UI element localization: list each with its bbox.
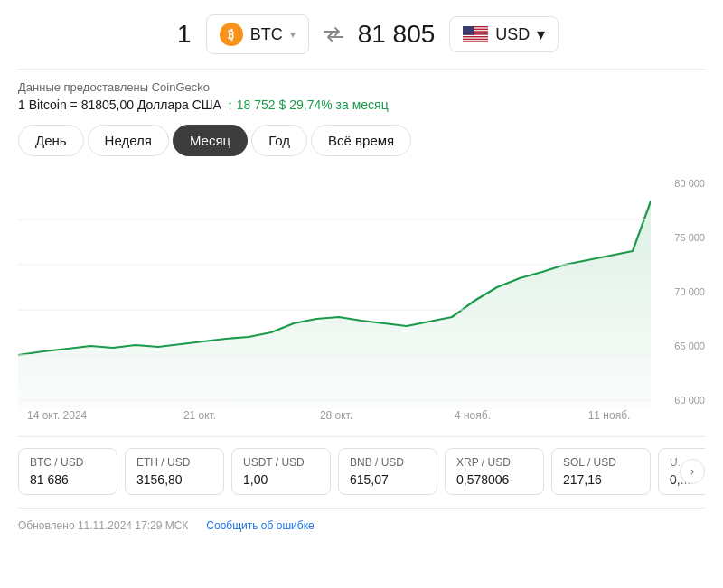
pairs-row: BTC / USD 81 686 ETH / USD 3156,80 USDT … bbox=[18, 448, 705, 495]
svg-rect-8 bbox=[463, 35, 488, 36]
y-label-60000: 60 000 bbox=[656, 395, 705, 406]
btc-amount: 1 bbox=[164, 20, 192, 49]
y-axis-labels: 80 000 75 000 70 000 65 000 60 000 bbox=[651, 174, 705, 409]
btc-icon: ₿ bbox=[220, 23, 243, 46]
top-divider bbox=[18, 69, 705, 70]
pair-usdt-usd-name: USDT / USD bbox=[243, 456, 319, 469]
usd-label: USD bbox=[495, 25, 530, 44]
y-label-75000: 75 000 bbox=[656, 232, 705, 243]
tab-month[interactable]: Месяц bbox=[173, 125, 248, 156]
pair-xrp-usd-value: 0,578006 bbox=[456, 472, 532, 487]
svg-rect-14 bbox=[463, 26, 474, 35]
pair-btc-usd-name: BTC / USD bbox=[30, 456, 106, 469]
info-row: Данные предоставлены CoinGecko 1 Bitcoin… bbox=[18, 80, 705, 112]
footer-row: Обновлено 11.11.2024 17:29 МСК Сообщить … bbox=[18, 519, 705, 532]
pair-sol-usd-value: 217,16 bbox=[563, 472, 639, 487]
btc-label: BTC bbox=[250, 25, 283, 44]
pair-btc-usd[interactable]: BTC / USD 81 686 bbox=[18, 448, 117, 495]
tab-week[interactable]: Неделя bbox=[88, 125, 169, 156]
x-label-oct21: 21 окт. bbox=[164, 409, 236, 422]
pair-bnb-usd[interactable]: BNB / USD 615,07 bbox=[338, 448, 437, 495]
btc-selector[interactable]: ₿ BTC ▾ bbox=[206, 14, 309, 54]
data-source: Данные предоставлены CoinGecko bbox=[18, 80, 705, 94]
svg-rect-10 bbox=[463, 37, 488, 38]
change-period: за месяц bbox=[336, 98, 389, 112]
pair-usdt-usd-value: 1,00 bbox=[243, 472, 319, 487]
x-label-oct14: 14 окт. 2024 bbox=[27, 409, 99, 422]
tab-year[interactable]: Год bbox=[251, 125, 307, 156]
change-arrow-icon: ↑ bbox=[227, 98, 233, 112]
pair-eth-usd-value: 3156,80 bbox=[136, 472, 212, 487]
rate-text: 1 Bitcoin = 81805,00 Доллара США bbox=[18, 98, 221, 112]
tab-all-time[interactable]: Всё время bbox=[311, 125, 411, 156]
price-info: 1 Bitcoin = 81805,00 Доллара США ↑ 18 75… bbox=[18, 98, 705, 112]
usd-selector[interactable]: USD ▾ bbox=[449, 16, 559, 52]
change-amount: 18 752 $ bbox=[237, 98, 286, 112]
pairs-section: BTC / USD 81 686 ETH / USD 3156,80 USDT … bbox=[18, 448, 705, 495]
pair-xrp-usd-name: XRP / USD bbox=[456, 456, 532, 469]
tab-day[interactable]: День bbox=[18, 125, 84, 156]
y-label-80000: 80 000 bbox=[656, 178, 705, 189]
updated-timestamp: Обновлено 11.11.2024 17:29 МСК bbox=[18, 519, 188, 532]
converter-row: 1 ₿ BTC ▾ 81 805 bbox=[18, 14, 705, 54]
svg-rect-13 bbox=[463, 42, 488, 42]
pair-bnb-usd-name: BNB / USD bbox=[350, 456, 426, 469]
period-tabs: День Неделя Месяц Год Всё время bbox=[18, 125, 705, 156]
swap-button[interactable] bbox=[324, 27, 343, 42]
usd-chevron-icon: ▾ bbox=[537, 24, 545, 44]
y-label-70000: 70 000 bbox=[656, 286, 705, 297]
usd-amount: 81 805 bbox=[358, 20, 436, 49]
report-error-link[interactable]: Сообщить об ошибке bbox=[206, 519, 314, 532]
x-label-nov4: 4 нояб. bbox=[437, 409, 509, 422]
us-flag-icon bbox=[463, 26, 488, 42]
x-label-oct28: 28 окт. bbox=[300, 409, 372, 422]
price-chart bbox=[18, 174, 651, 409]
x-label-nov11: 11 нояб. bbox=[573, 409, 645, 422]
x-axis-labels: 14 окт. 2024 21 окт. 28 окт. 4 нояб. 11 … bbox=[18, 409, 705, 422]
btc-chevron-icon: ▾ bbox=[290, 28, 296, 41]
pair-eth-usd-name: ETH / USD bbox=[136, 456, 212, 469]
pair-eth-usd[interactable]: ETH / USD 3156,80 bbox=[125, 448, 224, 495]
svg-rect-9 bbox=[463, 36, 488, 37]
pair-btc-usd-value: 81 686 bbox=[30, 472, 106, 487]
pair-bnb-usd-value: 615,07 bbox=[350, 472, 426, 487]
pairs-next-button[interactable]: › bbox=[680, 459, 705, 484]
footer-divider bbox=[18, 508, 705, 509]
chart-divider bbox=[18, 436, 705, 437]
svg-rect-12 bbox=[463, 40, 488, 41]
price-change: ↑ 18 752 $ 29,74% за месяц bbox=[227, 98, 389, 112]
pair-xrp-usd[interactable]: XRP / USD 0,578006 bbox=[445, 448, 544, 495]
chart-area: 80 000 75 000 70 000 65 000 60 000 bbox=[18, 174, 705, 409]
pair-sol-usd[interactable]: SOL / USD 217,16 bbox=[551, 448, 651, 495]
y-label-65000: 65 000 bbox=[656, 341, 705, 351]
pair-usdt-usd[interactable]: USDT / USD 1,00 bbox=[231, 448, 331, 495]
change-percent: 29,74% bbox=[289, 98, 332, 112]
svg-rect-11 bbox=[463, 39, 488, 40]
pair-sol-usd-name: SOL / USD bbox=[563, 456, 639, 469]
